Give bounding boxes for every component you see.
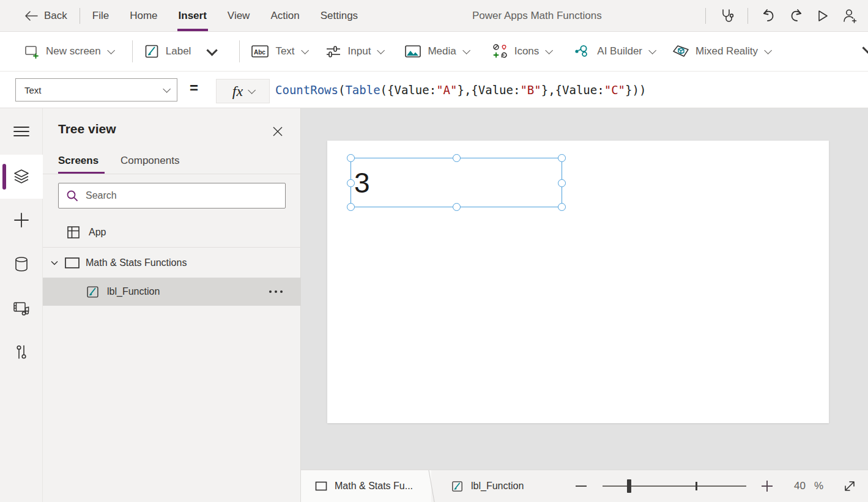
toolbar-overflow-chevron-icon[interactable] bbox=[862, 42, 868, 53]
label-pencil-icon bbox=[144, 43, 160, 59]
rail-insert-button[interactable] bbox=[0, 207, 43, 234]
screen-artboard[interactable]: 3 bbox=[327, 141, 829, 423]
zoom-in-button[interactable] bbox=[761, 480, 773, 492]
breadcrumb-control[interactable]: lbl_Function bbox=[451, 470, 524, 502]
zoom-slider-thumb[interactable] bbox=[627, 479, 631, 493]
label-button[interactable]: Label bbox=[144, 43, 191, 59]
property-selector-value: Text bbox=[24, 85, 42, 95]
rail-tree-view-button[interactable] bbox=[0, 155, 43, 199]
screen-icon bbox=[64, 256, 80, 270]
rail-data-button[interactable] bbox=[0, 251, 43, 278]
menu-bar: Back File Home Insert View Action Settin… bbox=[0, 0, 868, 32]
menu-item-home[interactable]: Home bbox=[128, 0, 158, 31]
film-music-icon bbox=[13, 300, 30, 316]
undo-icon bbox=[761, 8, 777, 24]
fit-to-window-button[interactable] bbox=[843, 479, 856, 493]
tree-item-app[interactable]: App bbox=[43, 218, 301, 246]
canvas-area: 3 Math & bbox=[301, 108, 868, 502]
ai-builder-icon bbox=[574, 43, 591, 60]
resize-handle-bottom-right[interactable] bbox=[558, 203, 566, 211]
percent-sign: % bbox=[814, 480, 823, 492]
label-label: Label bbox=[166, 45, 191, 57]
resize-handle-middle-left[interactable] bbox=[347, 179, 355, 187]
menu-item-file[interactable]: File bbox=[91, 0, 110, 31]
resize-handle-bottom-middle[interactable] bbox=[453, 203, 461, 211]
status-bar: Math & Stats Fu... lbl_Function bbox=[301, 470, 868, 502]
left-rail bbox=[0, 108, 43, 502]
toolbar-divider bbox=[132, 40, 133, 62]
mixed-reality-menu-button[interactable]: Mixed Reality bbox=[672, 43, 770, 59]
tree-item-control-selected[interactable]: lbl_Function bbox=[43, 278, 301, 306]
layers-icon bbox=[13, 168, 30, 185]
zoom-out-button[interactable] bbox=[576, 485, 587, 487]
breadcrumb-screen[interactable]: Math & Stats Fu... bbox=[315, 470, 413, 502]
chevron-down-icon bbox=[301, 46, 309, 54]
rail-hamburger-button[interactable] bbox=[0, 118, 43, 145]
rail-media-button[interactable] bbox=[0, 295, 43, 322]
zoom-value: 40 bbox=[794, 480, 806, 492]
play-preview-button[interactable] bbox=[809, 2, 836, 29]
menu-item-action[interactable]: Action bbox=[269, 0, 300, 31]
property-selector[interactable]: Text bbox=[15, 78, 177, 102]
menu-divider bbox=[747, 8, 748, 24]
tree-item-screen[interactable]: Math & Stats Functions bbox=[43, 249, 301, 276]
person-add-icon bbox=[842, 8, 858, 24]
zoom-slider[interactable] bbox=[603, 485, 746, 487]
expand-diagonal-icon bbox=[843, 479, 856, 493]
menu-item-view[interactable]: View bbox=[226, 0, 251, 31]
close-panel-button[interactable] bbox=[270, 124, 285, 139]
chevron-down-icon bbox=[462, 46, 470, 54]
new-screen-button[interactable]: New screen bbox=[23, 43, 113, 60]
tabs-divider bbox=[43, 174, 301, 174]
resize-handle-top-right[interactable] bbox=[558, 154, 566, 162]
tab-screens[interactable]: Screens bbox=[58, 155, 98, 167]
power-apps-studio: Back File Home Insert View Action Settin… bbox=[0, 0, 868, 502]
icons-label: Icons bbox=[514, 45, 540, 57]
formula-input[interactable]: CountRows(Table({Value:"A"},{Value:"B"},… bbox=[275, 72, 646, 108]
icons-menu-button[interactable]: Icons bbox=[492, 43, 551, 59]
menu-item-insert[interactable]: Insert bbox=[177, 0, 208, 31]
text-menu-button[interactable]: Abc Text bbox=[251, 44, 306, 59]
input-menu-button[interactable]: Input bbox=[325, 43, 383, 59]
rail-advanced-tools-button[interactable] bbox=[0, 339, 43, 366]
chevron-down-icon bbox=[377, 46, 385, 54]
resize-handle-top-middle[interactable] bbox=[453, 154, 461, 162]
panel-title: Tree view bbox=[58, 122, 116, 136]
database-icon bbox=[14, 256, 29, 272]
menu-divider bbox=[705, 8, 706, 24]
chevron-down-icon bbox=[648, 46, 656, 54]
tree-item-label: App bbox=[89, 227, 106, 238]
fx-dropdown[interactable]: fx bbox=[216, 79, 270, 103]
undo-button[interactable] bbox=[755, 2, 782, 29]
text-abc-icon: Abc bbox=[251, 44, 269, 59]
new-screen-label: New screen bbox=[46, 45, 101, 57]
resize-handle-bottom-left[interactable] bbox=[347, 203, 355, 211]
tree-divider bbox=[43, 247, 301, 248]
tree-view-panel: Tree view Screens Components bbox=[43, 108, 301, 502]
redo-button[interactable] bbox=[782, 2, 809, 29]
label-dropdown-chevron-icon[interactable] bbox=[207, 45, 218, 56]
redo-icon bbox=[788, 8, 804, 24]
resize-handle-top-left[interactable] bbox=[347, 154, 355, 162]
menu-item-settings[interactable]: Settings bbox=[319, 0, 359, 31]
media-menu-button[interactable]: Media bbox=[404, 44, 467, 59]
toolbar-divider bbox=[239, 40, 240, 62]
back-label: Back bbox=[44, 10, 67, 22]
ai-builder-menu-button[interactable]: AI Builder bbox=[574, 43, 654, 60]
expander-chevron-icon[interactable] bbox=[50, 260, 59, 266]
resize-handle-middle-right[interactable] bbox=[558, 179, 566, 187]
mixed-reality-cube-icon bbox=[672, 43, 689, 59]
app-checker-button[interactable] bbox=[713, 2, 740, 29]
search-icon bbox=[66, 190, 78, 202]
back-button[interactable]: Back bbox=[24, 10, 67, 22]
ai-builder-label: AI Builder bbox=[597, 45, 642, 57]
more-options-button[interactable] bbox=[269, 290, 283, 293]
insert-toolbar: New screen Label Abc Text bbox=[0, 32, 868, 72]
svg-text:Abc: Abc bbox=[254, 49, 265, 56]
selected-label-control[interactable]: 3 bbox=[351, 158, 562, 207]
share-button[interactable] bbox=[836, 2, 863, 29]
app-icon bbox=[66, 225, 81, 240]
tab-components[interactable]: Components bbox=[121, 155, 179, 167]
label-value: 3 bbox=[354, 169, 370, 197]
search-input[interactable] bbox=[86, 190, 278, 201]
